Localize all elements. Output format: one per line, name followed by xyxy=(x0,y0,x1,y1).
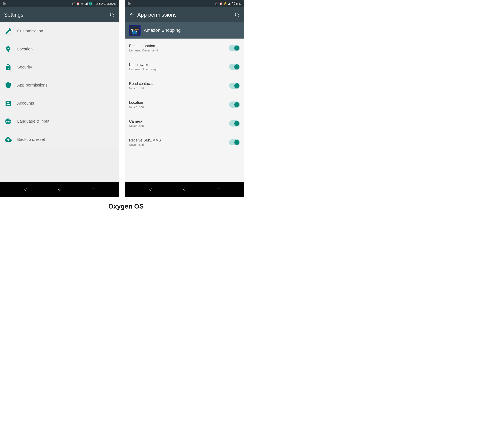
settings-item-backup-reset[interactable]: Backup & reset xyxy=(0,130,119,148)
svg-line-22 xyxy=(238,16,239,17)
svg-rect-16 xyxy=(228,4,228,5)
svg-rect-19 xyxy=(230,2,230,5)
settings-item-security[interactable]: Security xyxy=(0,58,119,76)
left-phone: 📳 ⏰ 65 xyxy=(0,0,119,197)
security-label: Security xyxy=(17,65,32,70)
right-status-left xyxy=(127,2,131,5)
svg-rect-13 xyxy=(128,3,130,4)
location-toggle[interactable] xyxy=(229,101,240,108)
permission-item-post-notification[interactable]: Post notification Last used December 8 xyxy=(125,39,244,58)
svg-rect-15 xyxy=(128,2,129,3)
left-nav-bar: ◁ ○ □ xyxy=(0,182,119,197)
alarm-icon: ⏰ xyxy=(76,2,79,5)
svg-point-12 xyxy=(7,101,9,103)
permission-item-location[interactable]: Location Never used xyxy=(125,95,244,114)
accounts-label: Accounts xyxy=(17,101,34,106)
camera-permission-text: Camera Never used xyxy=(129,119,229,128)
svg-point-21 xyxy=(235,13,238,16)
back-arrow-icon xyxy=(129,12,134,18)
status-left-icons xyxy=(2,2,6,5)
read-contacts-toggle[interactable] xyxy=(229,83,240,89)
shield-icon xyxy=(4,81,12,89)
left-status-bar: 📳 ⏰ 65 xyxy=(0,0,119,7)
battery-icon xyxy=(232,2,235,5)
right-home-nav-button[interactable]: ○ xyxy=(180,185,189,194)
photo-icon xyxy=(2,2,6,5)
camera-toggle[interactable] xyxy=(229,120,240,127)
keep-awake-name: Keep awake xyxy=(129,63,229,67)
location-label: Location xyxy=(17,47,33,52)
permission-item-keep-awake[interactable]: Keep awake Last used 9 hours ago xyxy=(125,58,244,76)
status-right-icons: 📳 ⏰ 65 xyxy=(72,2,116,5)
permission-item-receive-sms[interactable]: Receive SMS/MMS Never used xyxy=(125,133,244,152)
svg-rect-17 xyxy=(228,4,229,5)
right-status-time: 8:40 xyxy=(236,2,241,5)
settings-list: Customization Location Security xyxy=(0,22,119,182)
app-permissions-search-button[interactable] xyxy=(234,12,240,18)
right-alarm-icon: ⏰ xyxy=(219,2,222,5)
receive-sms-toggle[interactable] xyxy=(229,139,240,145)
backup-icon xyxy=(4,135,12,144)
right-status-right: 📳 ⏰ 🔑 8:40 xyxy=(215,2,241,5)
camera-knob xyxy=(234,121,239,126)
svg-point-27 xyxy=(136,34,137,35)
status-date: Tue Dec 1 xyxy=(94,2,106,5)
camera-permission-status: Never used xyxy=(129,124,229,128)
right-status-bar: 📳 ⏰ 🔑 8:40 xyxy=(125,0,244,7)
security-icon xyxy=(4,63,12,71)
svg-rect-4 xyxy=(85,4,85,5)
right-signal-icon xyxy=(228,2,231,5)
receive-sms-knob xyxy=(234,140,239,145)
permissions-list: Post notification Last used December 8 K… xyxy=(125,39,244,182)
post-notification-name: Post notification xyxy=(129,44,229,48)
settings-title: Settings xyxy=(4,12,109,18)
customization-icon xyxy=(4,27,12,35)
left-app-bar: Settings xyxy=(0,7,119,22)
svg-point-1 xyxy=(4,3,5,4)
vibrate-icon: 📳 xyxy=(72,2,75,5)
svg-rect-6 xyxy=(86,3,87,5)
permission-item-read-contacts[interactable]: Read contacts Never used xyxy=(125,76,244,95)
receive-sms-name: Receive SMS/MMS xyxy=(129,138,229,142)
recents-nav-button[interactable]: □ xyxy=(89,185,98,194)
wifi-icon xyxy=(81,2,84,5)
location-knob xyxy=(234,102,239,107)
settings-item-language-input[interactable]: Language & input xyxy=(0,112,119,130)
read-contacts-text: Read contacts Never used xyxy=(129,82,229,90)
keep-awake-text: Keep awake Last used 9 hours ago xyxy=(129,63,229,71)
search-icon xyxy=(109,12,115,18)
accounts-icon xyxy=(4,99,12,107)
keep-awake-status: Last used 9 hours ago xyxy=(129,68,229,71)
svg-rect-2 xyxy=(3,2,4,3)
read-contacts-knob xyxy=(234,83,239,88)
right-recents-nav-button[interactable]: □ xyxy=(214,185,223,194)
right-back-nav-button[interactable]: ◁ xyxy=(146,185,155,194)
keep-awake-knob xyxy=(234,64,239,69)
right-app-bar: App permissions xyxy=(125,7,244,22)
svg-line-9 xyxy=(113,16,114,17)
permission-item-camera[interactable]: Camera Never used xyxy=(125,114,244,133)
settings-item-location[interactable]: Location xyxy=(0,40,119,58)
right-vibrate-icon: 📳 xyxy=(215,2,218,5)
settings-item-customization[interactable]: Customization xyxy=(0,22,119,40)
footer-label: Oxygen OS xyxy=(108,203,144,210)
post-notification-status: Last used December 8 xyxy=(129,49,229,52)
location-icon xyxy=(4,45,12,53)
amazon-app-header: amazon Amazon Shopping xyxy=(125,22,244,39)
app-permissions-back-button[interactable] xyxy=(129,12,134,18)
svg-rect-10 xyxy=(5,34,11,34)
settings-search-button[interactable] xyxy=(109,12,115,18)
settings-item-accounts[interactable]: Accounts xyxy=(0,94,119,112)
read-contacts-status: Never used xyxy=(129,87,229,90)
settings-item-app-permissions[interactable]: App permissions xyxy=(0,76,119,94)
camera-permission-name: Camera xyxy=(129,119,229,124)
back-nav-button[interactable]: ◁ xyxy=(21,185,30,194)
home-nav-button[interactable]: ○ xyxy=(55,185,64,194)
keep-awake-toggle[interactable] xyxy=(229,64,240,70)
read-contacts-name: Read contacts xyxy=(129,82,229,86)
location-permission-text: Location Never used xyxy=(129,100,229,109)
vpn-icon: 🔑 xyxy=(223,2,227,5)
post-notification-toggle[interactable] xyxy=(229,45,240,51)
app-permissions-label: App permissions xyxy=(17,83,48,88)
svg-point-14 xyxy=(129,3,130,4)
